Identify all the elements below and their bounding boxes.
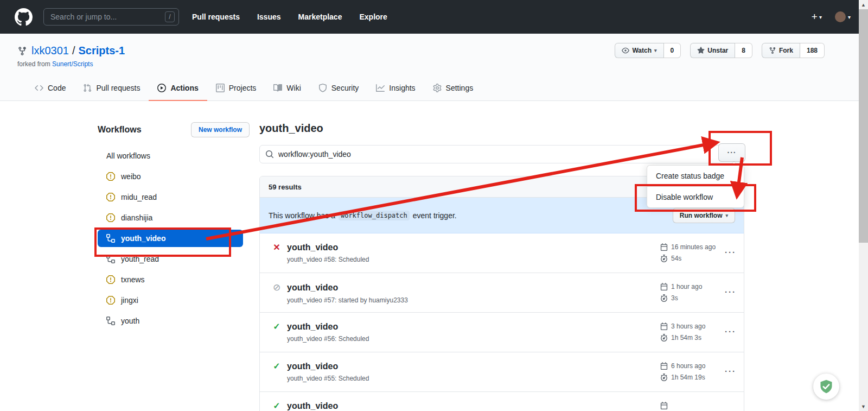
sidebar-item-txnews[interactable]: txnews	[98, 271, 243, 288]
sidebar-item-all-workflows[interactable]: All workflows	[98, 147, 243, 165]
new-workflow-button[interactable]: New workflow	[191, 122, 250, 137]
nav-issues[interactable]: Issues	[257, 12, 281, 21]
global-header: / Pull requests Issues Marketplace Explo…	[0, 0, 868, 34]
caret-down-icon: ▾	[848, 14, 851, 20]
shield-icon	[318, 84, 327, 92]
sidebar-item-dianshijia[interactable]: dianshijia	[98, 209, 243, 226]
sidebar-item-youth-read[interactable]: youth_read	[98, 250, 243, 268]
calendar-icon	[660, 283, 668, 290]
run-time: 3 hours ago	[671, 323, 705, 330]
run-meta	[660, 400, 671, 411]
repo-name-link[interactable]: Scripts-1	[79, 45, 125, 57]
tab-pull-requests[interactable]: Pull requests	[74, 76, 149, 101]
global-search-input[interactable]	[43, 8, 179, 26]
workflows-sidebar: Workflows New workflow All workflows wei…	[98, 122, 250, 333]
scroll-down-arrow[interactable]: ▼	[859, 402, 868, 411]
tab-label: Projects	[229, 84, 257, 92]
menu-item-create-status-badge[interactable]: Create status badge	[647, 166, 744, 186]
header-right: +▾ ▾	[812, 11, 851, 23]
caret-down-icon: ▾	[654, 48, 657, 53]
tab-actions[interactable]: Actions	[149, 76, 207, 101]
global-search: /	[43, 8, 179, 26]
run-row[interactable]: ✓ youth_video youth_video #56: Scheduled…	[260, 313, 744, 352]
run-title[interactable]: youth_video	[287, 243, 338, 252]
workflow-label: weibo	[121, 172, 141, 181]
nav-explore[interactable]: Explore	[359, 12, 387, 21]
tab-label: Security	[331, 84, 359, 92]
run-options-kebab[interactable]: ···	[725, 327, 736, 336]
run-options-kebab[interactable]: ···	[725, 248, 736, 257]
create-new-menu[interactable]: +▾	[812, 11, 822, 23]
tab-projects[interactable]: Projects	[207, 76, 265, 101]
tab-insights[interactable]: Insights	[367, 76, 424, 101]
run-title[interactable]: youth_video	[287, 401, 338, 411]
run-time: 16 minutes ago	[671, 243, 716, 251]
repo-owner-link[interactable]: lxk0301	[31, 45, 69, 57]
runs-filter-search	[259, 145, 744, 163]
eye-icon	[622, 47, 629, 54]
user-menu[interactable]: ▾	[835, 11, 851, 22]
fork-button-group: Fork 188	[762, 43, 825, 58]
tab-label: Actions	[170, 84, 198, 92]
tab-code[interactable]: Code	[26, 76, 74, 101]
sidebar-item-youth-video[interactable]: youth_video	[98, 230, 243, 247]
warning-octagon-icon	[106, 213, 115, 222]
sidebar-item-weibo[interactable]: weibo	[98, 168, 243, 185]
workflow-label: midu_read	[121, 193, 157, 201]
warning-octagon-icon	[106, 296, 115, 305]
run-row[interactable]: ✓ youth_video	[260, 392, 744, 411]
sidebar-item-jingxi[interactable]: jingxi	[98, 292, 243, 309]
run-duration: 1h 54m 19s	[671, 374, 705, 381]
run-options-kebab[interactable]: ···	[725, 287, 736, 296]
unstar-button[interactable]: Unstar	[690, 43, 735, 58]
run-row[interactable]: ✕ youth_video youth_video #58: Scheduled…	[260, 233, 744, 273]
sidebar-item-youth[interactable]: youth	[98, 312, 243, 330]
fork-button[interactable]: Fork	[762, 43, 800, 58]
tab-label: Pull requests	[96, 84, 140, 92]
github-logo-icon[interactable]	[15, 8, 33, 26]
tab-label: Insights	[389, 84, 415, 92]
runs-filter-input[interactable]	[259, 145, 744, 163]
workflow-options-kebab-button[interactable]: ···	[718, 143, 745, 162]
nav-pull-requests[interactable]: Pull requests	[192, 12, 240, 21]
tab-wiki[interactable]: Wiki	[265, 76, 309, 101]
scroll-up-arrow[interactable]: ▲	[859, 0, 868, 9]
star-icon	[697, 47, 705, 54]
sidebar-item-midu-read[interactable]: midu_read	[98, 188, 243, 206]
success-check-icon: ✓	[272, 321, 282, 332]
run-time: 1 hour ago	[671, 283, 702, 290]
run-meta: 1 hour ago 3s	[660, 281, 702, 303]
success-check-icon: ✓	[272, 401, 282, 411]
run-row[interactable]: ⊘ youth_video youth_video #57: started b…	[260, 273, 744, 313]
run-row[interactable]: ✓ youth_video youth_video #55: Scheduled…	[260, 352, 744, 392]
run-title[interactable]: youth_video	[287, 283, 338, 293]
warning-octagon-icon	[106, 275, 115, 284]
run-workflow-button[interactable]: Run workflow ▾	[673, 208, 735, 223]
success-check-icon: ✓	[272, 361, 282, 371]
run-title[interactable]: youth_video	[287, 362, 338, 371]
slash-shortcut-hint: /	[165, 11, 175, 22]
run-options-kebab[interactable]: ···	[725, 366, 736, 376]
adguard-shield-badge[interactable]	[813, 374, 839, 400]
run-title[interactable]: youth_video	[287, 322, 338, 332]
scrollbar-thumb[interactable]	[859, 9, 868, 243]
repo-tab-nav: Code Pull requests Actions Projects Wiki…	[26, 76, 482, 101]
tab-security[interactable]: Security	[310, 76, 368, 101]
stopwatch-icon	[660, 255, 668, 262]
workflow-label: youth_read	[121, 255, 159, 263]
forked-from-link[interactable]: Sunert/Scripts	[52, 60, 93, 68]
tab-settings[interactable]: Settings	[424, 76, 482, 101]
search-icon	[265, 150, 274, 159]
graph-icon	[376, 84, 385, 92]
fork-label: Fork	[779, 47, 793, 54]
nav-marketplace[interactable]: Marketplace	[298, 12, 342, 21]
run-time: 6 hours ago	[671, 362, 705, 370]
menu-item-disable-workflow[interactable]: Disable workflow	[647, 186, 744, 207]
fork-count[interactable]: 188	[800, 43, 825, 58]
watch-count[interactable]: 0	[664, 43, 681, 58]
run-meta: 16 minutes ago 54s	[660, 241, 716, 264]
star-count[interactable]: 8	[735, 43, 752, 58]
page-scrollbar[interactable]: ▲ ▼	[859, 0, 868, 411]
watch-button[interactable]: Watch ▾	[615, 43, 663, 58]
watch-label: Watch	[632, 47, 652, 54]
